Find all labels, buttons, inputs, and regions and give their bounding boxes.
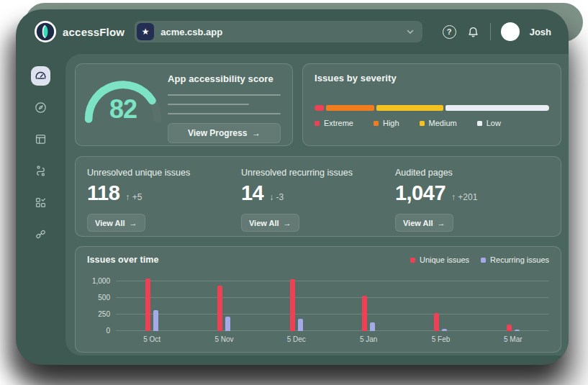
- chevron-down-icon: [405, 27, 415, 37]
- sidebar-item-explore[interactable]: [31, 98, 50, 117]
- stat-value: 118: [87, 181, 119, 205]
- sidebar: [16, 54, 65, 365]
- view-all-button[interactable]: View All→: [87, 214, 145, 232]
- bar-unique-issues: [507, 325, 512, 331]
- issues-over-time-card: Issues over time Unique issues Recurring…: [75, 246, 561, 353]
- stat-delta: ↑ +201: [451, 192, 477, 202]
- brand-name: accessFlow: [63, 26, 125, 38]
- bar-recurring-issues: [153, 310, 158, 331]
- severity-legend-item: Low: [477, 119, 501, 127]
- bar-recurring-issues: [515, 330, 520, 331]
- bell-icon: [466, 25, 480, 39]
- bar-unique-issues: [217, 286, 222, 331]
- notifications-button[interactable]: [466, 25, 480, 39]
- legend-swatch: [481, 258, 486, 263]
- sidebar-item-dashboard[interactable]: [31, 66, 50, 86]
- legend-swatch: [477, 121, 482, 126]
- y-axis-tick-label: 0: [87, 327, 110, 335]
- severity-legend: ExtremeHighMediumLow: [315, 119, 549, 127]
- severity-segment-low: [445, 105, 549, 111]
- route-icon: [34, 164, 48, 178]
- x-axis-label: 5 Dec: [261, 335, 333, 343]
- x-axis-label: 5 Oct: [116, 335, 188, 343]
- severity-legend-item: High: [374, 119, 399, 127]
- accessibility-score-card: 82 App accessibility score View Progress…: [75, 63, 293, 146]
- arrow-down-icon: ↓: [269, 192, 273, 202]
- severity-segment-medium: [376, 105, 443, 111]
- compass-icon: [34, 101, 48, 114]
- grid-check-icon: [34, 196, 48, 209]
- site-selector-dropdown[interactable]: ★ acme.csb.app: [135, 21, 422, 42]
- page: accessFlow ★ acme.csb.app ?: [0, 0, 588, 385]
- view-all-button[interactable]: View All→: [395, 214, 453, 232]
- arrow-up-icon: ↑: [125, 192, 130, 202]
- view-all-button[interactable]: View All→: [241, 214, 299, 232]
- y-axis-tick-label: 250: [87, 310, 110, 318]
- score-value: 82: [83, 94, 163, 124]
- avatar[interactable]: [501, 22, 520, 41]
- chart-legend: Unique issues Recurring issues: [410, 255, 549, 264]
- legend-swatch: [420, 121, 425, 126]
- bar-recurring-issues: [370, 322, 375, 331]
- score-gauge: 82: [83, 71, 168, 138]
- speedometer-icon: [34, 69, 48, 83]
- stat-unresolved-recurring-issues: Unresolved recurring issues 14 ↓ -3 View…: [241, 168, 395, 236]
- site-selector-value: acme.csb.app: [160, 27, 222, 37]
- bar-recurring-issues: [442, 329, 447, 331]
- arrow-up-icon: ↑: [451, 192, 456, 202]
- plug-icon: [34, 227, 48, 241]
- top-bar: accessFlow ★ acme.csb.app ?: [16, 9, 569, 54]
- severity-stacked-bar: [315, 105, 549, 111]
- legend-swatch: [315, 121, 320, 126]
- arrow-right-icon: →: [252, 128, 261, 138]
- bar-recurring-issues: [225, 317, 230, 331]
- bar-group-5-oct: [116, 273, 188, 331]
- x-axis-label: 5 Mar: [477, 335, 549, 343]
- stats-card: Unresolved unique issues 118 ↑ +5 View A…: [75, 156, 561, 237]
- severity-legend-item: Medium: [420, 119, 457, 127]
- chart-title: Issues over time: [87, 255, 159, 265]
- score-card-title: App accessibility score: [168, 73, 281, 84]
- bar-group-5-feb: [404, 273, 476, 331]
- stat-value: 14: [241, 181, 263, 205]
- bar-group-5-jan: [333, 273, 404, 331]
- skeleton-line: [168, 113, 281, 114]
- content-panel: 82 App accessibility score View Progress…: [65, 54, 569, 355]
- topbar-divider: [490, 23, 491, 40]
- legend-swatch: [410, 258, 415, 263]
- stat-value: 1,047: [395, 181, 445, 205]
- view-progress-button[interactable]: View Progress →: [168, 123, 281, 143]
- sidebar-item-pages[interactable]: [31, 130, 50, 149]
- x-axis-label: 5 Feb: [404, 335, 476, 343]
- arrow-right-icon: →: [130, 219, 137, 227]
- arrow-right-icon: →: [438, 219, 445, 227]
- stat-unresolved-unique-issues: Unresolved unique issues 118 ↑ +5 View A…: [87, 168, 241, 236]
- x-axis-label: 5 Nov: [188, 335, 260, 343]
- severity-legend-item: Extreme: [315, 119, 353, 127]
- legend-swatch: [374, 121, 379, 126]
- help-button[interactable]: ?: [443, 25, 456, 39]
- y-axis-tick-label: 1,000: [87, 277, 110, 285]
- severity-segment-high: [326, 105, 374, 111]
- bar-group-5-mar: [477, 273, 549, 331]
- sidebar-item-audits[interactable]: [31, 193, 50, 212]
- bar-recurring-issues: [298, 319, 303, 331]
- sidebar-item-flows[interactable]: [31, 161, 50, 181]
- stat-audited-pages: Audited pages 1,047 ↑ +201 View All→: [395, 168, 549, 236]
- help-icon: ?: [443, 25, 456, 39]
- stat-delta: ↑ +5: [125, 192, 142, 202]
- bar-group-5-nov: [188, 273, 260, 331]
- app-window: accessFlow ★ acme.csb.app ?: [16, 9, 569, 365]
- bar-group-5-dec: [261, 273, 333, 331]
- accessflow-logo-icon: [35, 21, 56, 42]
- legend-item-unique-issues: Unique issues: [410, 255, 469, 264]
- star-icon: ★: [137, 23, 154, 40]
- severity-card-title: Issues by severity: [315, 73, 549, 83]
- bar-unique-issues: [145, 278, 150, 331]
- sidebar-item-integrations[interactable]: [31, 225, 50, 244]
- x-axis-label: 5 Jan: [333, 335, 404, 343]
- skeleton-line: [168, 104, 249, 105]
- legend-item-recurring-issues: Recurring issues: [481, 255, 549, 264]
- bar-unique-issues: [362, 296, 367, 331]
- y-axis-tick-label: 500: [87, 294, 110, 302]
